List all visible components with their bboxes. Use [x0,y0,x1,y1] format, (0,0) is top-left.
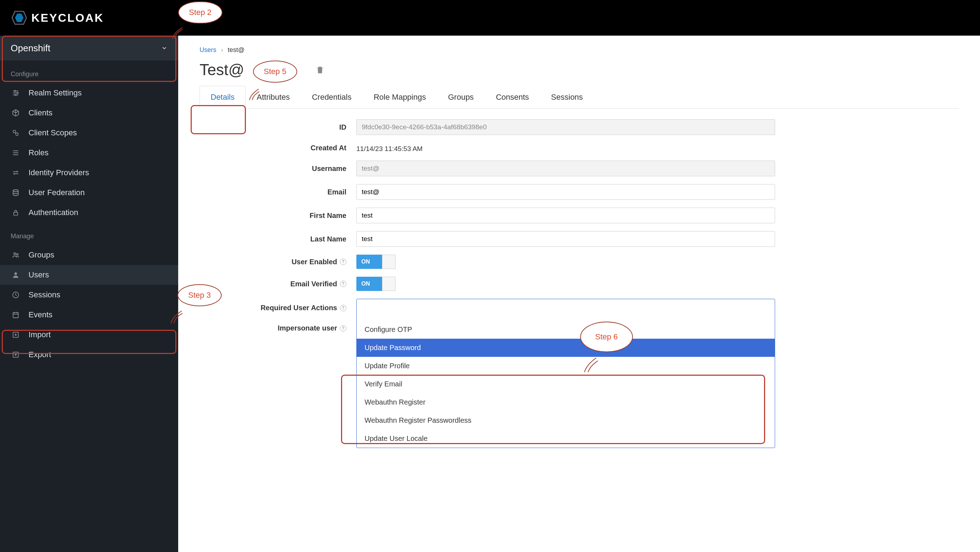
breadcrumb-current: test@ [228,46,245,54]
sidebar-item-label: Authentication [29,208,78,217]
sidebar-item-label: Import [29,330,51,339]
option-verify-email[interactable]: Verify Email [357,375,775,393]
svg-point-7 [13,190,19,192]
option-update-profile[interactable]: Update Profile [357,357,775,375]
input-id [356,119,775,135]
sidebar-item-label: Identity Providers [29,168,89,178]
sidebar-item-clients[interactable]: Clients [0,103,178,123]
sidebar-item-label: Roles [29,148,48,157]
option-webauthn-register[interactable]: Webauthn Register [357,393,775,411]
sidebar-item-sessions[interactable]: Sessions [0,285,178,305]
sliders-icon [11,88,21,98]
tab-consents[interactable]: Consents [485,86,540,108]
toggle-knob [382,255,396,269]
annotation-step5: Step 5 [253,60,297,82]
sidebar-item-export[interactable]: Export [0,345,178,365]
main-content: Users › test@ Test@ DetailsAttributesCre… [178,36,980,552]
import-icon [11,330,21,340]
label-created-at: Created At [200,144,356,152]
annotation-step2: Step 2 [178,2,223,24]
tab-details[interactable]: Details [200,86,245,109]
sidebar-item-groups[interactable]: Groups [0,245,178,265]
input-username [356,160,775,176]
sidebar-item-roles[interactable]: Roles [0,143,178,163]
option-update-user-locale[interactable]: Update User Locale [357,430,775,448]
annotation-step3: Step 3 [177,284,222,306]
help-icon[interactable]: ? [340,325,346,332]
svg-point-2 [14,90,16,92]
sidebar-section-configure: Configure [0,60,178,83]
export-icon [11,350,21,360]
sidebar: Openshift Configure Realm Settings Clien… [0,36,178,552]
option-update-password[interactable]: Update Password [357,339,775,357]
svg-rect-13 [13,312,19,318]
tab-role-mappings[interactable]: Role Mappings [363,86,437,108]
sidebar-item-import[interactable]: Import [0,325,178,345]
input-email[interactable] [356,184,775,200]
label-username: Username [200,165,356,173]
label-user-enabled: User Enabled ? [200,258,356,266]
label-required-actions: Required User Actions ? [200,299,356,312]
svg-point-10 [16,254,18,255]
tabs: DetailsAttributesCredentialsRole Mapping… [200,86,959,109]
svg-rect-8 [14,212,18,215]
sidebar-item-label: Groups [29,251,54,260]
sidebar-item-label: Users [29,270,49,279]
required-actions-dropdown[interactable]: Configure OTPUpdate PasswordUpdate Profi… [356,299,775,448]
calendar-icon [11,310,21,320]
svg-point-6 [16,133,18,135]
brand-logo[interactable]: KEYCLOAK [11,9,104,26]
delete-user-button[interactable] [315,65,325,75]
option-configure-otp[interactable]: Configure OTP [357,320,775,339]
sidebar-item-label: User Federation [29,188,85,197]
help-icon[interactable]: ? [340,281,346,287]
lock-icon [11,208,21,217]
user-form: ID Created At 11/14/23 11:45:53 AM Usern… [200,119,959,332]
sidebar-section-manage: Manage [0,222,178,245]
sidebar-item-users[interactable]: Users [0,265,178,285]
svg-marker-1 [15,14,24,22]
trash-icon [315,65,325,75]
toggle-email-verified[interactable]: ON [356,277,396,291]
sidebar-item-realm-settings[interactable]: Realm Settings [0,83,178,103]
dropdown-input[interactable] [357,299,775,320]
sidebar-item-authentication[interactable]: Authentication [0,203,178,222]
label-impersonate: Impersonate user ? [200,324,356,332]
input-first-name[interactable] [356,208,775,223]
help-icon[interactable]: ? [340,259,346,265]
svg-point-5 [13,130,16,133]
breadcrumb-separator: › [221,46,223,54]
sidebar-item-label: Sessions [29,290,60,300]
help-icon[interactable]: ? [340,305,346,311]
input-last-name[interactable] [356,231,775,247]
label-email: Email [200,188,356,196]
option-webauthn-register-passwordless[interactable]: Webauthn Register Passwordless [357,411,775,430]
tab-groups[interactable]: Groups [437,86,485,108]
sidebar-item-events[interactable]: Events [0,305,178,325]
sidebar-item-identity-providers[interactable]: Identity Providers [0,163,178,183]
list-icon [11,148,21,158]
topbar: KEYCLOAK [0,0,980,36]
label-id: ID [200,123,356,132]
svg-point-4 [15,94,16,96]
breadcrumb-users-link[interactable]: Users [200,46,216,54]
toggle-user-enabled[interactable]: ON [356,255,396,269]
sidebar-item-label: Events [29,310,52,319]
sidebar-item-label: Client Scopes [29,128,77,138]
label-last-name: Last Name [200,235,356,243]
label-first-name: First Name [200,211,356,220]
dropdown-list: Configure OTPUpdate PasswordUpdate Profi… [357,320,775,448]
cube-icon [11,108,21,118]
user-icon [11,270,21,280]
value-created-at: 11/14/23 11:45:53 AM [356,143,775,153]
sidebar-item-label: Export [29,350,51,359]
group-icon [11,250,21,260]
sidebar-item-user-federation[interactable]: User Federation [0,183,178,203]
tab-credentials[interactable]: Credentials [301,86,363,108]
sidebar-item-label: Realm Settings [29,88,82,98]
tab-sessions[interactable]: Sessions [540,86,594,108]
label-email-verified: Email Verified ? [200,280,356,288]
realm-selector[interactable]: Openshift [0,36,178,60]
scopes-icon [11,128,21,138]
sidebar-item-client-scopes[interactable]: Client Scopes [0,123,178,143]
